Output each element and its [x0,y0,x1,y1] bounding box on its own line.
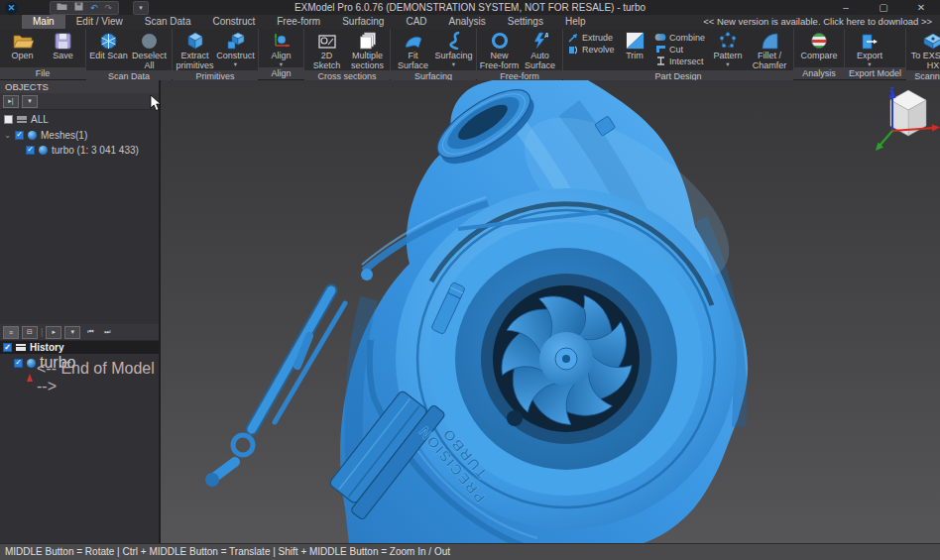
ribbon-group-file: Open Save File [0,29,86,79]
history-checkbox[interactable]: ✓ [3,343,12,352]
2d-sketch-label: 2D Sketch [306,51,347,70]
history-panel-toolbar: ≡ ⊟ | ▸ ▾ ⏮ ⏭ [0,324,159,341]
construct-label: Construct [216,51,255,60]
history-list-view-icon[interactable]: ≡ [3,326,19,339]
group-label-align: Align [259,67,303,79]
objects-panel-toolbar: ▸| ▾ [0,93,159,110]
export-button[interactable]: Export ▾ [847,30,892,67]
auto-surface-lightning-icon: A [531,31,548,50]
exscan-scanner-icon [923,31,940,50]
tab-main[interactable]: Main [22,15,65,29]
revolve-button[interactable]: Revolve [567,44,615,55]
trim-label: Trim [626,51,644,60]
tab-cad[interactable]: CAD [395,15,437,29]
filter-dropdown-icon[interactable]: ▾ [22,95,38,108]
tree-row-turbo[interactable]: ✓ turbo (1: 3 041 433) [0,143,159,157]
new-free-form-icon [491,31,509,50]
svg-text:A: A [544,32,548,39]
align-button[interactable]: Align ▾ [261,30,301,67]
extract-primitives-label: Extract primitives [175,51,215,70]
history-list-icon [16,343,26,352]
status-bar: MIDDLE Button = Rotate | Ctrl + MIDDLE B… [0,543,940,560]
edit-scan-label: Edit Scan [89,51,128,60]
application-window: ✕ ↶ ↷ ▾ EXModel Pro 6.0.76 (DEMONSTRATIO… [0,0,940,560]
open-button[interactable]: Open [2,30,43,67]
turbo-checkbox[interactable]: ✓ [26,146,35,155]
quick-access-dropdown-icon[interactable]: ▾ [133,1,149,15]
combine-button[interactable]: Combine [654,32,706,43]
quick-open-icon[interactable] [57,2,67,13]
maximize-button[interactable]: ▢ [865,0,902,15]
compare-button[interactable]: Compare [796,30,842,67]
extrude-button[interactable]: Extrude [567,32,615,43]
fillet-chamfer-button[interactable]: Fillet / Chamfer [748,30,791,70]
tab-free-form[interactable]: Free-form [266,15,331,29]
dropdown-arrow-icon: ▾ [868,61,871,66]
construct-button[interactable]: Construct ▾ [215,30,256,70]
auto-surface-button[interactable]: A Auto Surface [520,30,560,70]
app-logo-icon[interactable]: ✕ [5,2,18,15]
dropdown-arrow-icon: ▾ [280,61,283,66]
new-free-form-button[interactable]: New Free-form [479,30,520,70]
tree-row-meshes[interactable]: ⌄ ✓ Meshes(1) [0,128,159,142]
meshes-checkbox[interactable]: ✓ [15,131,24,140]
fillet-chamfer-label: Fillet / Chamfer [748,51,791,70]
extract-primitives-button[interactable]: Extract primitives [175,30,215,70]
surfacing-curve-icon [446,31,462,50]
expand-caret-icon[interactable]: ⌄ [4,131,11,140]
pattern-button[interactable]: Pattern ▾ [708,30,748,70]
history-header-row[interactable]: ✓ History [0,341,159,354]
intersect-button[interactable]: Intersect [654,56,706,66]
undo-icon[interactable]: ↶ [90,3,98,13]
extract-primitives-cube-icon [186,31,204,50]
cut-button[interactable]: Cut [654,44,706,55]
save-button[interactable]: Save [43,30,83,67]
tab-construct[interactable]: Construct [201,15,266,29]
expand-tree-icon[interactable]: ▸| [3,95,19,108]
go-first-icon[interactable]: ⏮ [83,327,97,338]
tab-edit-view[interactable]: Edit / View [65,15,134,29]
trim-icon [626,31,645,50]
tree-row-all[interactable]: ALL [0,112,159,126]
new-version-link[interactable]: << New version is available. Click here … [703,15,940,29]
ribbon-group-cross-sections: 2D Sketch Multiple sections Cross sectio… [304,29,391,79]
roll-forward-icon[interactable]: ▸ [46,326,61,339]
fit-surface-button[interactable]: Fit Surface [393,30,433,70]
shroud-hole [507,410,523,426]
new-free-form-label: New Free-form [479,51,520,70]
go-last-icon[interactable]: ⏭ [100,327,114,338]
objects-panel: OBJECTS ▸| ▾ ALL ⌄ ✓ Meshes(1) [0,80,159,324]
revolve-label: Revolve [582,45,615,55]
tab-help[interactable]: Help [554,15,597,29]
3d-viewport[interactable]: PRECISION TURBO z x [161,80,940,543]
minimize-button[interactable]: – [827,0,865,15]
2d-sketch-button[interactable]: 2D Sketch [306,30,347,70]
tab-settings[interactable]: Settings [497,15,554,29]
pattern-icon [719,31,737,50]
edit-scan-button[interactable]: Edit Scan [88,30,129,70]
redo-icon[interactable]: ↷ [105,3,113,13]
surfacing-button[interactable]: Surfacing ▾ [433,30,474,70]
tab-analysis[interactable]: Analysis [438,15,497,29]
to-exscan-hx-button[interactable]: To EXScan HX [908,30,940,70]
all-checkbox[interactable] [4,115,13,124]
tab-surfacing[interactable]: Surfacing [331,15,395,29]
extrude-icon [567,32,579,43]
group-label-analysis: Analysis [794,67,844,79]
history-tree-view-icon[interactable]: ⊟ [22,326,38,339]
close-button[interactable]: ✕ [902,0,940,15]
revolve-icon [567,44,579,55]
multiple-sections-button[interactable]: Multiple sections [347,30,388,70]
intersect-label: Intersect [669,56,704,66]
left-panel: OBJECTS ▸| ▾ ALL ⌄ ✓ Meshes(1) [0,80,161,543]
layers-icon [17,115,27,124]
deselect-all-button[interactable]: Deselect All [129,30,170,70]
tab-scan-data[interactable]: Scan Data [134,15,202,29]
trim-button[interactable]: Trim [617,30,652,70]
export-icon [861,31,879,50]
history-turbo-checkbox[interactable]: ✓ [14,359,23,368]
quick-save-icon[interactable] [74,2,83,13]
group-label-export-model: Export Model [845,67,905,79]
history-row-end-of-model[interactable]: <-- End of Model --> [0,371,159,385]
roll-back-icon[interactable]: ▾ [64,326,80,339]
